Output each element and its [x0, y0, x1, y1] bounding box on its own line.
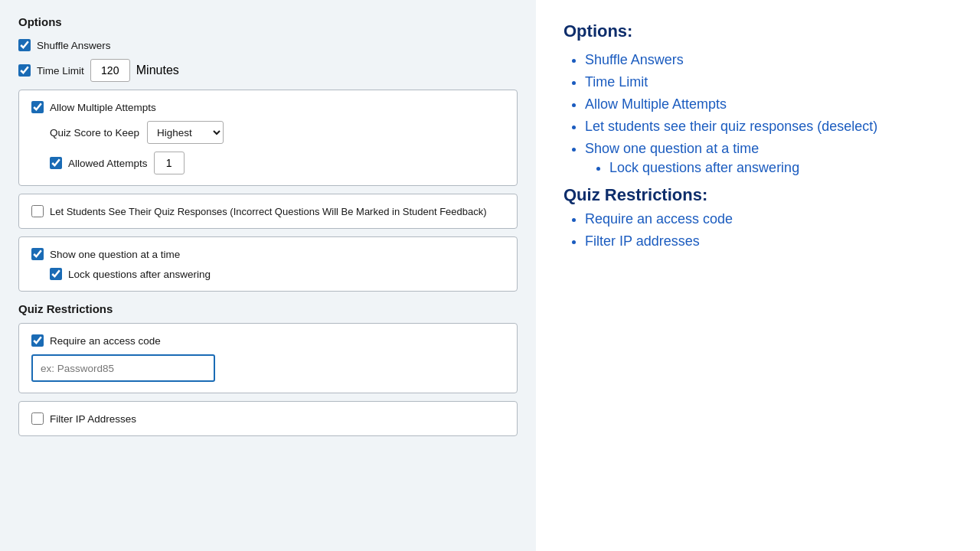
allowed-attempts-checkbox[interactable]: [50, 157, 62, 169]
right-panel-title: Options:: [564, 21, 952, 41]
require-access-code-box: Require an access code: [18, 323, 518, 393]
filter-ip-box: Filter IP Addresses: [18, 401, 518, 436]
students-responses-row: Let Students See Their Quiz Responses (I…: [31, 205, 505, 217]
filter-ip-label: Filter IP Addresses: [50, 413, 136, 425]
bullet-allow-multiple-attempts: Allow Multiple Attempts: [585, 96, 952, 112]
options-title: Options: [18, 15, 518, 28]
time-limit-checkbox[interactable]: [18, 64, 31, 77]
allowed-attempts-input[interactable]: [154, 152, 185, 174]
sub-bullet-list: Lock questions after answering: [585, 160, 952, 176]
show-one-question-checkbox[interactable]: [31, 248, 44, 260]
students-responses-box: Let Students See Their Quiz Responses (I…: [18, 194, 518, 229]
quiz-score-row: Quiz Score to Keep Highest Latest Averag…: [31, 121, 505, 144]
quiz-score-label: Quiz Score to Keep: [50, 127, 139, 139]
bullet-students-see-responses: Let students see their quiz responses (d…: [585, 119, 952, 135]
time-limit-input[interactable]: [90, 59, 130, 82]
allowed-attempts-row: Allowed Attempts: [31, 152, 505, 174]
options-bullet-list: Shuffle Answers Time Limit Allow Multipl…: [564, 52, 952, 176]
shuffle-answers-label: Shuffle Answers: [37, 40, 111, 51]
filter-ip-row: Filter IP Addresses: [31, 412, 505, 425]
students-responses-label: Let Students See Their Quiz Responses (I…: [50, 206, 487, 217]
require-access-code-row: Require an access code: [31, 334, 505, 347]
restrictions-bullet-list: Require an access code Filter IP address…: [564, 211, 952, 249]
time-limit-row: Time Limit Minutes: [18, 59, 518, 82]
students-responses-checkbox[interactable]: [31, 205, 44, 217]
allowed-attempts-label: Allowed Attempts: [68, 158, 148, 169]
quiz-score-select[interactable]: Highest Latest Average: [147, 121, 224, 144]
sub-bullet-lock-questions: Lock questions after answering: [609, 160, 952, 176]
restrictions-title-right: Quiz Restrictions:: [564, 185, 952, 205]
shuffle-answers-checkbox[interactable]: [18, 39, 31, 51]
allow-multiple-attempts-checkbox[interactable]: [31, 101, 44, 113]
quiz-restrictions-title: Quiz Restrictions: [18, 302, 518, 315]
require-access-code-checkbox[interactable]: [31, 334, 44, 347]
shuffle-answers-row: Shuffle Answers: [18, 39, 518, 51]
left-panel: Options Shuffle Answers Time Limit Minut…: [0, 0, 536, 551]
lock-questions-row: Lock questions after answering: [31, 268, 505, 280]
right-panel: Options: Shuffle Answers Time Limit Allo…: [536, 0, 980, 551]
bullet-shuffle-answers: Shuffle Answers: [585, 52, 952, 68]
time-limit-label: Time Limit: [37, 65, 84, 77]
show-one-question-label: Show one question at a time: [50, 249, 180, 260]
show-one-question-box: Show one question at a time Lock questio…: [18, 236, 518, 292]
show-one-question-row: Show one question at a time: [31, 248, 505, 260]
bullet-require-access-code: Require an access code: [585, 211, 952, 227]
filter-ip-checkbox[interactable]: [31, 412, 44, 425]
bullet-time-limit: Time Limit: [585, 74, 952, 90]
lock-questions-label: Lock questions after answering: [68, 269, 211, 280]
bullet-filter-ip: Filter IP addresses: [585, 233, 952, 249]
allow-multiple-attempts-label: Allow Multiple Attempts: [50, 102, 156, 113]
allow-multiple-attempts-row: Allow Multiple Attempts: [31, 101, 505, 113]
allow-multiple-attempts-box: Allow Multiple Attempts Quiz Score to Ke…: [18, 90, 518, 186]
bullet-show-one-question: Show one question at a time Lock questio…: [585, 141, 952, 176]
access-code-input[interactable]: [31, 354, 215, 382]
time-limit-unit: Minutes: [136, 64, 179, 77]
lock-questions-checkbox[interactable]: [50, 268, 62, 280]
require-access-code-label: Require an access code: [50, 335, 161, 347]
